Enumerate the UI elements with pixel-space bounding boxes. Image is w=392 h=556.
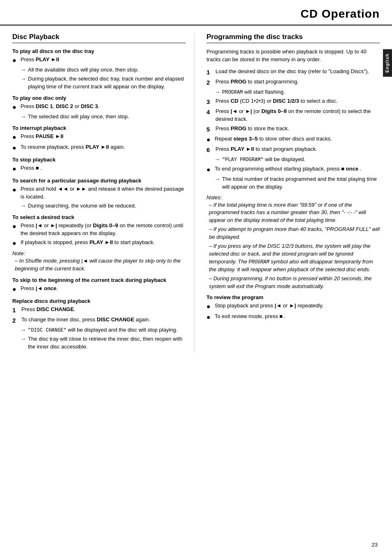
arrow-icon: → bbox=[21, 202, 26, 210]
bullet-icon: ● bbox=[12, 239, 19, 248]
arrow-icon: → bbox=[215, 156, 221, 164]
bullet-icon: ● bbox=[12, 103, 19, 112]
sub-search: To search for a particular passage durin… bbox=[12, 178, 186, 184]
list-item: ● Stop playback and press |◄ or ►| repea… bbox=[207, 302, 380, 311]
left-column: Disc Playback To play all discs on the d… bbox=[12, 33, 194, 352]
list-item: → The selected disc will play once, then… bbox=[21, 113, 186, 121]
bullet-icon: ● bbox=[207, 302, 213, 311]
sub-skip: To skip to the beginning of the current … bbox=[12, 277, 186, 283]
step-number: 1 bbox=[207, 68, 214, 76]
arrow-icon: → bbox=[21, 75, 26, 83]
list-item: 2 Press PROG to start programming. bbox=[207, 78, 380, 87]
list-item: → PROGRAM will start flashing. bbox=[215, 88, 380, 96]
bullet-icon: ● bbox=[207, 165, 213, 174]
arrow-icon: → bbox=[215, 88, 221, 96]
list-item: → "DISC CHANGE" will be displayed and th… bbox=[21, 326, 186, 334]
sub-select-track: To select a desired track bbox=[12, 214, 186, 220]
sub-stop: To stop playback bbox=[12, 157, 186, 163]
list-item: ● Press |◄ or ►| repeatedly (or Digits 0… bbox=[12, 222, 186, 238]
list-item: ● Press DISC 1, DISC 2 or DISC 3. bbox=[12, 103, 186, 112]
list-item: ● To exit review mode, press ■ . bbox=[207, 313, 380, 322]
list-item: 1 Load the desired discs on the disc tra… bbox=[207, 68, 380, 76]
list-item: → The total number of tracks programmed … bbox=[215, 175, 380, 191]
list-item: ● Press PAUSE ►II bbox=[12, 133, 186, 142]
page-title: CD Operation bbox=[301, 7, 380, 21]
list-item: 5 Press PROG to store the track. bbox=[207, 125, 380, 134]
list-item: 4 Press |◄ or ►| (or Digits 0–9 on the r… bbox=[207, 108, 380, 123]
list-item: ● To end programming without starting pl… bbox=[207, 165, 380, 174]
bullet-icon: ● bbox=[207, 313, 213, 322]
play-all-bullet: Press PLAY ►II bbox=[21, 56, 59, 64]
list-item: → The disc tray will close to retrieve t… bbox=[21, 335, 186, 351]
arrow-icon: → bbox=[21, 66, 26, 74]
note-text: – In Shuffle mode, pressing |◄ will caus… bbox=[15, 257, 186, 273]
note-text: – If you attempt to program more than 40… bbox=[209, 226, 380, 241]
note-text: – During programming, if no button is pr… bbox=[209, 275, 380, 291]
sub-play-all: To play all discs on the disc tray bbox=[12, 48, 186, 54]
sub-review: To review the program bbox=[207, 294, 380, 300]
list-item: ● If playback is stopped, press PLAY ►II… bbox=[12, 239, 186, 248]
language-tab: English bbox=[383, 49, 392, 77]
bullet-icon: ● bbox=[12, 56, 19, 65]
list-item: ● To resume playback, press PLAY ►II aga… bbox=[12, 143, 186, 152]
step-number: 2 bbox=[207, 78, 214, 87]
list-item: 3 Press CD (CD 1•2•3) or DISC 1/2/3 to s… bbox=[207, 97, 380, 106]
note-text: – If you press any of the DISC 1/2/3 but… bbox=[209, 242, 380, 274]
list-item: ● Press ■ . bbox=[12, 164, 186, 173]
list-item: ● Press and hold ◄◄ or ►► and release it… bbox=[12, 185, 186, 201]
list-item: ● Press |◄ once. bbox=[12, 285, 186, 294]
step-number: 1 bbox=[12, 306, 20, 314]
step-number: 3 bbox=[207, 97, 214, 106]
step-number: 2 bbox=[12, 316, 20, 325]
step-number: 4 bbox=[207, 108, 214, 116]
list-item: 2 To change the inner disc, press DISC C… bbox=[12, 316, 186, 325]
note-label: Note: bbox=[12, 250, 186, 256]
content-area: Disc Playback To play all discs on the d… bbox=[0, 25, 392, 360]
sub-one-disc: To play one disc only bbox=[12, 95, 186, 101]
arrow-icon: → bbox=[21, 113, 26, 121]
list-item: ● Press PLAY ►II bbox=[12, 56, 186, 65]
page-number: 23 bbox=[372, 542, 378, 548]
notes-label: Notes: bbox=[207, 194, 380, 201]
arrow-icon: → bbox=[215, 175, 221, 183]
list-item: 1 Press DISC CHANGE. bbox=[12, 306, 186, 314]
bullet-icon: ● bbox=[12, 285, 19, 294]
list-item: → During playback, the selected disc tra… bbox=[21, 75, 186, 91]
arrow-icon: → bbox=[21, 335, 26, 343]
programming-intro: Programming tracks is possible when play… bbox=[207, 48, 380, 64]
list-item: ● Repeat steps 3–5 to store other discs … bbox=[207, 135, 380, 144]
list-item: → All the available discs will play once… bbox=[21, 66, 186, 74]
step-number: 5 bbox=[207, 125, 214, 134]
bullet-icon: ● bbox=[12, 143, 19, 152]
bullet-icon: ● bbox=[12, 164, 19, 173]
right-column: Programming the disc tracks Programming … bbox=[207, 33, 380, 352]
arrow-icon: → bbox=[21, 326, 26, 334]
list-item: 6 Press PLAY ►II to start program playba… bbox=[207, 145, 380, 154]
programming-title: Programming the disc tracks bbox=[207, 33, 380, 43]
step-number: 6 bbox=[207, 145, 214, 154]
disc-playback-title: Disc Playback bbox=[12, 33, 186, 43]
note-text: – If the total playing time is more than… bbox=[209, 201, 380, 225]
bullet-icon: ● bbox=[207, 135, 213, 144]
bullet-icon: ● bbox=[12, 133, 19, 142]
page-header: CD Operation bbox=[0, 0, 392, 25]
sub-replace-discs: Replace discs during playback bbox=[12, 298, 186, 304]
sub-interrupt: To interrupt playback bbox=[12, 125, 186, 131]
list-item: → During searching, the volume will be r… bbox=[21, 202, 186, 210]
bullet-icon: ● bbox=[12, 185, 19, 194]
list-item: → "PLAY PROGRAM" will be displayed. bbox=[215, 156, 380, 164]
bullet-icon: ● bbox=[12, 222, 19, 231]
